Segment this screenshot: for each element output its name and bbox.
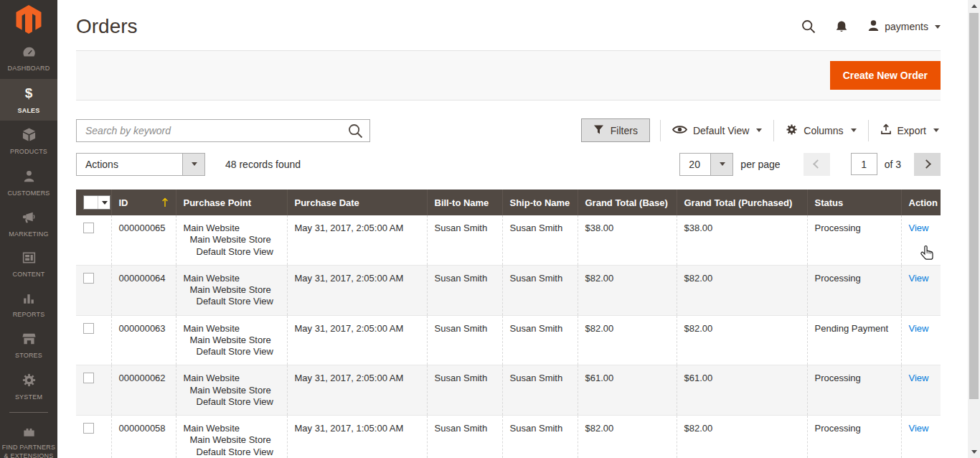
view-order-link[interactable]: View xyxy=(909,423,929,434)
cell-total-base: $82.00 xyxy=(578,416,677,458)
previous-page-button[interactable] xyxy=(804,153,830,176)
export-button[interactable]: Export xyxy=(879,123,941,137)
cell-select xyxy=(76,265,111,315)
per-page-select[interactable]: 20 xyxy=(679,153,733,176)
default-view-button[interactable]: Default View xyxy=(671,124,763,137)
keyword-search-box xyxy=(76,119,370,142)
cell-total-purchased: $82.00 xyxy=(677,416,807,458)
chevron-down-icon xyxy=(933,128,939,132)
header-actions: payments xyxy=(801,19,941,34)
toolbar-divider xyxy=(868,120,869,141)
sidebar-item-system[interactable]: SYSTEM xyxy=(0,366,57,408)
records-found-text: 48 records found xyxy=(225,159,301,170)
col-header-ship-to[interactable]: Ship-to Name xyxy=(502,190,578,215)
cell-action: View xyxy=(901,365,941,416)
export-label: Export xyxy=(897,125,926,136)
sidebar-item-content[interactable]: CONTENT xyxy=(0,244,57,285)
sidebar-item-products[interactable]: PRODUCTS xyxy=(0,121,57,162)
cell-purchase-point: Main WebsiteMain Website StoreDefault St… xyxy=(176,315,287,365)
per-page-label: per page xyxy=(740,159,780,170)
filter-funnel-icon xyxy=(593,124,604,137)
sidebar-item-find-partners[interactable]: FIND PARTNERS & EXTENSIONS xyxy=(0,418,57,458)
sidebar-item-label: FIND PARTNERS & EXTENSIONS xyxy=(1,444,56,458)
sidebar-item-label: DASHBOARD xyxy=(8,65,50,73)
cell-purchase-point: Main WebsiteMain Website StoreDefault St… xyxy=(176,365,287,416)
sidebar-item-dashboard[interactable]: DASHBOARD xyxy=(0,39,57,79)
select-all-checkbox[interactable] xyxy=(84,196,98,209)
notifications-bell-icon[interactable] xyxy=(835,20,848,34)
user-menu-label: payments xyxy=(885,21,928,32)
per-page-value: 20 xyxy=(680,154,710,175)
magento-admin-orders-page: DASHBOARD $ SALES PRODUCTS CUSTOMERS xyxy=(0,0,980,458)
view-order-link[interactable]: View xyxy=(909,273,929,284)
sidebar-item-label: SYSTEM xyxy=(15,393,42,402)
sidebar-item-customers[interactable]: CUSTOMERS xyxy=(0,162,57,204)
create-new-order-button[interactable]: Create New Order xyxy=(830,61,941,90)
col-header-total-base[interactable]: Grand Total (Base) xyxy=(578,190,677,215)
sales-icon: $ xyxy=(22,85,36,104)
cell-select xyxy=(76,315,111,365)
select-all-caret[interactable] xyxy=(98,196,110,209)
view-order-link[interactable]: View xyxy=(909,373,929,383)
cell-bill-to: Susan Smith xyxy=(427,265,502,315)
table-row: 000000064 Main WebsiteMain Website Store… xyxy=(76,265,941,315)
user-menu[interactable]: payments xyxy=(867,19,941,34)
sidebar-item-marketing[interactable]: MARKETING xyxy=(0,204,57,245)
table-row: 000000065 Main WebsiteMain Website Store… xyxy=(76,215,941,265)
search-input[interactable] xyxy=(77,120,369,141)
col-header-purchase-point[interactable]: Purchase Point xyxy=(176,190,287,215)
table-row: 000000063 Main WebsiteMain Website Store… xyxy=(76,315,941,365)
scrollbar-thumb[interactable] xyxy=(969,13,979,399)
row-checkbox[interactable] xyxy=(83,323,94,334)
cell-id: 000000058 xyxy=(111,416,176,458)
view-order-link[interactable]: View xyxy=(909,323,929,334)
grid-toolbar-actions: Filters Default View Columns xyxy=(581,118,941,142)
scrollbar-up-arrow[interactable] xyxy=(968,0,980,12)
search-icon[interactable] xyxy=(801,19,816,34)
cell-bill-to: Susan Smith xyxy=(427,215,502,265)
sidebar-item-label: PRODUCTS xyxy=(10,148,47,156)
cell-status: Processing xyxy=(807,416,901,458)
sidebar-item-sales[interactable]: $ SALES xyxy=(0,79,57,121)
customers-icon xyxy=(22,169,36,187)
stores-icon xyxy=(22,332,37,349)
sidebar-item-label: CUSTOMERS xyxy=(7,190,50,198)
current-page-input[interactable] xyxy=(851,153,877,175)
toolbar-divider xyxy=(773,120,774,141)
sidebar-item-reports[interactable]: REPORTS xyxy=(0,285,57,325)
row-checkbox[interactable] xyxy=(83,273,94,284)
page-title: Orders xyxy=(76,15,138,38)
col-header-id[interactable]: ID xyxy=(111,190,176,215)
page-header: Orders payments xyxy=(76,0,941,33)
select-caret xyxy=(710,154,732,175)
cell-action: View xyxy=(901,315,941,365)
cell-total-base: $82.00 xyxy=(578,315,677,365)
magento-logo-icon[interactable] xyxy=(0,0,57,39)
columns-button[interactable]: Columns xyxy=(784,123,857,138)
actions-select-value: Actions xyxy=(77,154,182,175)
actions-select[interactable]: Actions xyxy=(76,153,205,176)
view-order-link[interactable]: View xyxy=(909,223,929,233)
row-checkbox[interactable] xyxy=(83,223,94,233)
select-all-control[interactable] xyxy=(83,195,110,210)
col-header-purchase-date[interactable]: Purchase Date xyxy=(287,190,427,215)
chevron-left-icon xyxy=(813,159,822,169)
row-checkbox[interactable] xyxy=(83,423,94,434)
next-page-button[interactable] xyxy=(914,153,941,176)
col-header-status[interactable]: Status xyxy=(807,190,901,215)
sidebar-divider xyxy=(9,412,48,413)
col-header-action[interactable]: Action xyxy=(901,190,941,215)
col-header-total-purchased[interactable]: Grand Total (Purchased) xyxy=(677,190,807,215)
row-checkbox[interactable] xyxy=(83,373,94,383)
sidebar-item-stores[interactable]: STORES xyxy=(0,325,57,366)
cell-action: View xyxy=(901,416,941,458)
sidebar-item-label: REPORTS xyxy=(13,311,45,319)
page-actions-band: Create New Order xyxy=(76,50,941,101)
filters-button[interactable]: Filters xyxy=(581,118,650,142)
search-submit-icon[interactable] xyxy=(348,123,363,141)
chevron-down-icon xyxy=(756,128,762,132)
scrollbar-down-arrow[interactable] xyxy=(968,446,980,458)
col-header-bill-to[interactable]: Bill-to Name xyxy=(427,190,502,215)
cell-total-purchased: $61.00 xyxy=(677,365,807,416)
cell-id: 000000065 xyxy=(111,215,176,265)
